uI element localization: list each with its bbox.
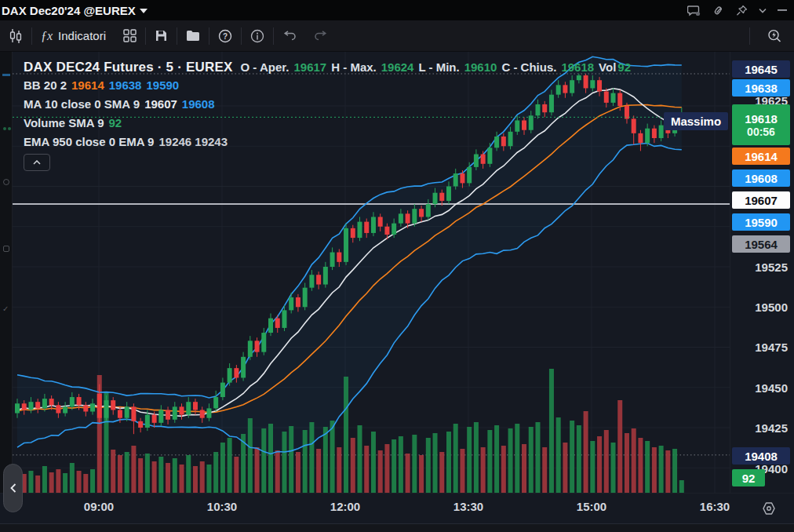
price-tick: 19450 — [733, 381, 788, 395]
symbol-title: DAX Dec20'24 @EUREX — [2, 4, 136, 17]
bb-basis-value: 19614 — [71, 78, 104, 92]
drawing-tool-ring — [3, 179, 9, 185]
high-label: H - Max. — [331, 60, 377, 74]
layout-grid-button[interactable] — [115, 20, 145, 51]
toolbar-right — [749, 20, 791, 52]
quick-search-icon[interactable] — [758, 20, 791, 52]
titlebar-caret-icon[interactable] — [759, 8, 767, 13]
last-price-value: 19618 — [745, 112, 778, 126]
time-scale[interactable]: 09:00 10:30 12:00 13:30 15:00 16:30 — [0, 493, 794, 523]
axis-label-bb-upper: 19638 — [732, 79, 790, 97]
symbol-menu-button[interactable]: DAX Dec20'24 @EUREX — [0, 4, 148, 17]
legend-ema-row[interactable]: EMA 950 close 0 EMA 9 19246 19243 — [24, 135, 631, 154]
drawing-tool-check: ✓ — [2, 304, 9, 313]
timezone-settings-icon[interactable] — [759, 499, 778, 521]
redo-button[interactable] — [305, 20, 337, 51]
fx-icon: ƒx — [41, 29, 53, 43]
axis-label-bb-lower: 19590 — [732, 213, 790, 231]
high-value: 19624 — [381, 60, 414, 74]
open-value: 19617 — [294, 60, 327, 74]
toolbar-divider — [749, 27, 750, 45]
legend-symbol-row[interactable]: DAX DEC24 Futures · 5 · EUREX O - Aper.1… — [24, 60, 631, 78]
minimize-icon[interactable] — [778, 9, 788, 12]
drawing-tool-dot — [8, 127, 11, 130]
volsma-value: 92 — [109, 116, 122, 129]
axis-label-bb-basis: 19614 — [732, 148, 790, 165]
ma-value-2: 19608 — [182, 97, 215, 111]
price-tick: 19475 — [733, 341, 788, 354]
indicators-label: Indicatori — [58, 29, 106, 42]
trading-app-window: DAX Dec20'24 @EUREX ƒx Indicatori — [0, 0, 794, 532]
window-titlebar: DAX Dec20'24 @EUREX — [0, 0, 794, 20]
save-button[interactable] — [146, 20, 177, 51]
collapse-left-panel-button[interactable] — [3, 464, 23, 512]
ema-label: EMA 950 close 0 EMA 9 — [24, 135, 154, 148]
volume-label: Vol — [599, 60, 616, 74]
link-icon[interactable] — [712, 5, 725, 16]
low-label: L - Min. — [418, 60, 459, 74]
axis-label-last-price: 19618 00:56 — [732, 104, 790, 145]
chart-toolbar: ƒx Indicatori ? — [0, 20, 794, 52]
bottom-strip — [0, 523, 794, 532]
open-folder-button[interactable] — [177, 20, 209, 51]
bar-countdown: 00:56 — [747, 126, 775, 138]
axis-label-session-high: 19645 — [732, 60, 790, 78]
chart-legend: DAX DEC24 Futures · 5 · EUREX O - Aper.1… — [24, 60, 631, 154]
close-label: C - Chius. — [501, 60, 556, 74]
time-tick: 12:00 — [330, 500, 360, 513]
open-label: O - Aper. — [241, 60, 290, 74]
axis-label-session-low: 19408 — [732, 447, 790, 465]
low-value: 19610 — [464, 60, 497, 74]
drawing-tool-marker — [2, 74, 10, 76]
volsma-label: Volume SMA 9 — [24, 116, 104, 129]
drawing-tool-box — [3, 246, 9, 252]
indicators-button[interactable]: ƒx Indicatori — [32, 20, 115, 51]
drawing-tool-dot — [3, 127, 6, 130]
ma-value-1: 19607 — [144, 97, 177, 111]
price-tick: 19425 — [733, 421, 788, 435]
chat-icon[interactable] — [687, 5, 701, 16]
bb-label: BB 20 2 — [24, 78, 67, 92]
undo-button[interactable] — [274, 20, 305, 51]
help-button[interactable]: ? — [209, 20, 241, 51]
axis-label-volume: 92 — [732, 469, 765, 486]
ma-label: MA 10 close 0 SMA 9 — [24, 97, 140, 111]
legend-symbol-title: DAX DEC24 Futures · 5 · EUREX — [24, 60, 233, 75]
candlestick-style-button[interactable] — [0, 20, 31, 51]
axis-label-ma2: 19608 — [732, 169, 790, 187]
drawing-toolbar-collapsed[interactable]: ✓ — [0, 52, 13, 493]
chevron-down-icon — [140, 9, 148, 13]
price-tick: 19500 — [733, 301, 788, 314]
pin-icon[interactable] — [736, 5, 748, 16]
svg-text:?: ? — [223, 31, 228, 40]
time-tick: 10:30 — [207, 500, 237, 513]
legend-volsma-row[interactable]: Volume SMA 9 92 — [24, 116, 631, 135]
legend-ma-row[interactable]: MA 10 close 0 SMA 9 19607 19608 — [24, 97, 631, 116]
info-button[interactable] — [242, 20, 273, 51]
legend-collapse-button[interactable] — [24, 154, 50, 171]
titlebar-icons — [687, 0, 788, 20]
bb-upper-value: 19638 — [109, 78, 142, 92]
price-tick: 19525 — [733, 261, 788, 274]
axis-label-ma1: 19607 — [732, 191, 790, 209]
volume-value: 92 — [617, 60, 631, 74]
chart-pane: ✓ DAX DEC24 Futures · 5 · EUREX O - Aper… — [0, 52, 794, 493]
bb-lower-value: 19590 — [146, 78, 179, 92]
axis-label-gray-line: 19564 — [732, 235, 790, 253]
time-tick: 15:00 — [577, 500, 606, 513]
session-high-label: Massimo — [664, 112, 728, 130]
time-tick: 16:30 — [700, 500, 730, 513]
time-tick: 09:00 — [84, 500, 114, 513]
ema-value: 19246 19243 — [158, 135, 228, 148]
price-scale[interactable]: 19625 19525 19500 19475 19450 19425 1940… — [730, 52, 794, 493]
legend-bb-row[interactable]: BB 20 2 19614 19638 19590 — [24, 78, 631, 97]
time-tick: 13:30 — [453, 500, 483, 513]
close-value: 19618 — [561, 60, 594, 74]
